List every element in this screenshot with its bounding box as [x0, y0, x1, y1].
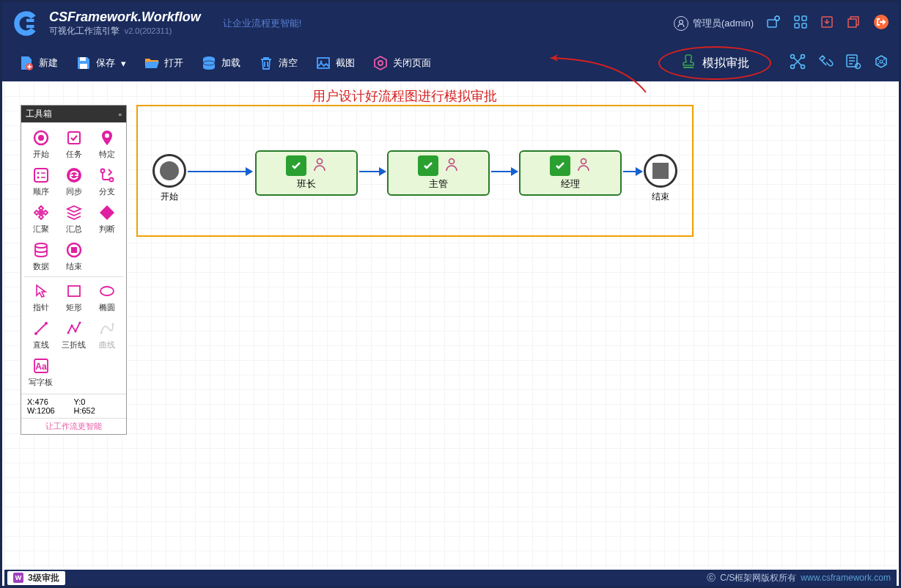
svg-point-21 [791, 65, 795, 69]
form-settings-icon[interactable] [845, 53, 862, 73]
tool-text[interactable]: Aa写字板 [24, 353, 57, 391]
clear-button[interactable]: 清空 [251, 51, 305, 76]
main-toolbar: 新建 保存▾ 打开 加载 清空 截图 关闭页面 模拟审批 [2, 45, 899, 81]
converge-icon [32, 203, 51, 222]
flow-node-end[interactable]: 结束 [644, 154, 677, 203]
user-name: 管理员(admin) [693, 17, 754, 30]
svg-rect-18 [683, 67, 694, 68]
svg-point-36 [37, 177, 39, 179]
toolbox-coords: X:476Y:0 W:1206H:652 [21, 394, 126, 418]
canvas[interactable]: 用户设计好流程图进行模拟审批 工具箱▫ 开始 任务 特定 顺序 同步 分支 汇聚… [4, 81, 897, 568]
tool-end[interactable]: 结束 [57, 238, 90, 275]
tool-polyline[interactable]: 三折线 [57, 316, 90, 353]
tool-branch[interactable]: 分支 [90, 163, 123, 200]
person-icon [444, 157, 459, 174]
status-tab[interactable]: W3级审批 [7, 571, 65, 585]
website-link[interactable]: www.csframework.com [801, 573, 891, 583]
svg-point-39 [109, 178, 113, 182]
svg-rect-1 [768, 20, 776, 27]
image-icon [315, 55, 331, 71]
svg-point-29 [883, 63, 885, 65]
close-page-button[interactable]: 关闭页面 [365, 51, 438, 76]
svg-rect-12 [80, 64, 87, 69]
screenshot-button[interactable]: 截图 [308, 51, 362, 76]
flow-task-3[interactable]: 经理 [519, 150, 622, 196]
check-icon [418, 155, 438, 176]
svg-point-56 [449, 159, 455, 164]
person-icon [576, 157, 591, 174]
tool-summary[interactable]: 汇总 [57, 200, 90, 238]
svg-rect-15 [317, 58, 329, 68]
flow-arrow[interactable] [188, 171, 252, 172]
new-button[interactable]: 新建 [11, 51, 65, 76]
svg-point-48 [70, 325, 73, 327]
save-button[interactable]: 保存▾ [68, 51, 133, 76]
svg-rect-42 [71, 247, 77, 253]
import-icon[interactable] [820, 15, 834, 32]
check-icon [550, 155, 570, 176]
sequence-icon [32, 166, 51, 185]
svg-point-17 [378, 61, 383, 65]
svg-point-52 [111, 323, 114, 326]
svg-point-51 [100, 332, 102, 334]
settings-gear-icon[interactable] [765, 14, 782, 33]
app-version: v2.0(202311) [125, 26, 172, 35]
sync-icon [65, 166, 84, 185]
load-button[interactable]: 加载 [194, 51, 248, 76]
simulate-approve-button[interactable]: 模拟审批 [658, 46, 771, 80]
data-db-icon [32, 240, 51, 260]
connector-icon[interactable] [789, 53, 806, 73]
tool-line[interactable]: 直线 [24, 316, 57, 353]
flow-task-1[interactable]: 班长 [255, 150, 358, 196]
task-check-icon [65, 128, 84, 147]
tool-decision[interactable]: 判断 [90, 200, 123, 238]
tool-task[interactable]: 任务 [57, 125, 90, 163]
grid-icon[interactable] [793, 15, 808, 32]
end-icon [65, 240, 84, 260]
flow-arrow[interactable] [623, 171, 642, 172]
svg-point-31 [38, 135, 44, 141]
pin-icon[interactable]: ▫ [119, 109, 122, 120]
tools-icon[interactable] [817, 53, 834, 73]
branch-icon [98, 166, 117, 185]
tool-ellipse[interactable]: 椭圆 [90, 279, 123, 316]
tool-specific[interactable]: 特定 [90, 125, 123, 163]
open-button[interactable]: 打开 [136, 51, 191, 76]
svg-point-49 [74, 331, 76, 333]
svg-rect-6 [802, 23, 806, 28]
flow-selection[interactable]: 开始 班长 主管 经理 结束 [136, 105, 694, 237]
svg-point-0 [679, 21, 683, 24]
exit-icon[interactable] [872, 13, 890, 34]
ellipse-icon [98, 282, 117, 301]
flow-arrow[interactable] [359, 171, 386, 172]
user-badge[interactable]: 管理员(admin) [674, 16, 754, 31]
svg-point-37 [67, 168, 81, 183]
tool-data[interactable]: 数据 [24, 238, 57, 275]
svg-point-20 [801, 55, 805, 59]
tool-curve[interactable]: 曲线 [90, 316, 123, 353]
tool-pointer[interactable]: 指针 [24, 279, 57, 316]
header-slogan: 让企业流程更智能! [223, 17, 302, 30]
svg-point-35 [37, 172, 39, 174]
copyright-text: C/S框架网版权所有 [720, 572, 796, 584]
windows-icon[interactable] [846, 15, 861, 32]
pin-location-icon [98, 128, 117, 147]
svg-point-47 [67, 332, 69, 334]
person-icon [312, 157, 327, 174]
stamp-icon [680, 54, 696, 73]
diamond-icon [98, 203, 117, 222]
chip-icon[interactable] [872, 53, 890, 73]
polyline-icon [65, 319, 84, 338]
flow-node-start[interactable]: 开始 [152, 154, 186, 203]
tool-sequence[interactable]: 顺序 [24, 163, 57, 200]
svg-rect-5 [795, 23, 799, 28]
tool-sync[interactable]: 同步 [57, 163, 90, 200]
svg-point-28 [878, 63, 879, 65]
status-bar: W3级审批 ⓒ C/S框架网版权所有 www.csframework.com [4, 570, 897, 586]
app-logo-icon [11, 8, 42, 39]
flow-task-2[interactable]: 主管 [387, 150, 490, 196]
flow-arrow[interactable] [491, 171, 518, 172]
tool-start[interactable]: 开始 [24, 125, 57, 163]
tool-rect[interactable]: 矩形 [57, 279, 90, 316]
tool-converge[interactable]: 汇聚 [24, 200, 57, 238]
